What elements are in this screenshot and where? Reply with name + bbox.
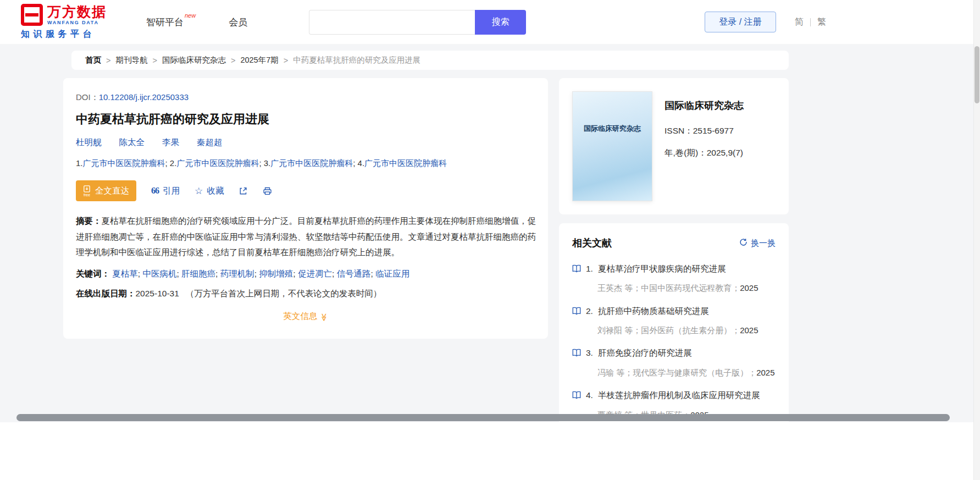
related-item-number: 1. <box>586 263 593 275</box>
affiliation-link[interactable]: 广元市中医医院肿瘤科 <box>83 158 165 168</box>
journal-name[interactable]: 国际临床研究杂志 <box>665 99 744 112</box>
doi-label: DOI： <box>76 92 99 102</box>
affiliation-link[interactable]: 广元市中医医院肿瘤科 <box>176 158 259 168</box>
affiliation-separator: ; <box>165 158 170 168</box>
refresh-label: 换一换 <box>751 238 776 249</box>
author-link[interactable]: 杜明舰 <box>76 137 102 148</box>
issn-value: 2515-6977 <box>693 126 734 135</box>
brand-subtitle: 知识服务平台 <box>21 29 107 40</box>
related-item-source: 冯瑜 等；现代医学与健康研究（电子版）； <box>597 368 756 377</box>
search-input[interactable] <box>309 10 475 35</box>
journal-volume: 年,卷(期)：2025,9(7) <box>665 147 744 159</box>
author-link[interactable]: 陈太全 <box>119 137 145 148</box>
affiliation-separator: ; <box>259 158 263 168</box>
brand-name-en: WANFANG DATA <box>47 20 107 25</box>
related-header: 相关文献 换一换 <box>572 236 776 250</box>
lang-divider <box>810 18 811 26</box>
header-right: 登录 / 注册 简 繁 <box>705 12 826 32</box>
nav-item-member[interactable]: 会员 <box>229 16 247 29</box>
keyword-link[interactable]: 肝细胞癌 <box>181 269 215 278</box>
related-item-number: 4. <box>586 389 593 401</box>
print-button[interactable] <box>263 186 272 196</box>
fulltext-free-icon: free <box>83 185 91 197</box>
fulltext-button[interactable]: free 全文直达 <box>76 180 136 201</box>
breadcrumb: 首页 > 期刊导航 > 国际临床研究杂志 > 2025年7期 > 中药夏枯草抗肝… <box>71 51 789 70</box>
vertical-scrollbar-thumb[interactable] <box>975 46 979 103</box>
wanfang-logo[interactable]: 万方数据 WANFANG DATA 知识服务平台 <box>21 4 107 40</box>
related-item-year: 2025 <box>740 325 758 335</box>
volume-label: 年,卷(期)： <box>665 148 707 157</box>
search-button[interactable]: 搜索 <box>475 10 526 35</box>
print-icon <box>263 186 272 196</box>
related-item-number: 3. <box>586 347 593 359</box>
related-item-meta: 刘禄阳 等；国外医药（抗生素分册）；2025 <box>597 323 776 338</box>
affiliation-number: 3. <box>264 158 271 168</box>
vertical-scrollbar-track[interactable] <box>973 0 980 480</box>
cite-button[interactable]: 66 引用 <box>151 185 180 197</box>
author-link[interactable]: 秦超超 <box>197 137 223 148</box>
horizontal-scrollbar-thumb[interactable] <box>16 414 950 421</box>
star-icon: ☆ <box>195 185 203 197</box>
keyword-link[interactable]: 抑制增殖 <box>259 269 293 278</box>
nav-item-zhiyan-platform[interactable]: 智研平台new <box>146 16 195 29</box>
header: 万方数据 WANFANG DATA 知识服务平台 智研平台new 会员 搜索 登… <box>0 0 980 44</box>
breadcrumb-separator: > <box>284 56 288 65</box>
related-item-title[interactable]: 夏枯草治疗甲状腺疾病的研究进展 <box>598 263 726 275</box>
new-badge: new <box>185 12 196 19</box>
free-caption: free <box>84 193 90 197</box>
keywords-row: 关键词： 夏枯草; 中医病机; 肝细胞癌; 药理机制; 抑制增殖; 促进凋亡; … <box>76 267 536 281</box>
refresh-related-button[interactable]: 换一换 <box>739 238 776 249</box>
breadcrumb-separator: > <box>152 56 157 65</box>
affiliation-link[interactable]: 广元市中医医院肿瘤科 <box>270 158 353 168</box>
article-card: DOI：10.12208/j.ijcr.20250333 中药夏枯草抗肝癌的研究… <box>63 78 548 339</box>
related-item-title[interactable]: 肝癌免疫治疗的研究进展 <box>598 347 692 359</box>
lang-traditional[interactable]: 繁 <box>817 16 826 28</box>
wanfang-logo-icon <box>21 4 43 26</box>
favorite-button[interactable]: ☆ 收藏 <box>195 185 224 197</box>
affiliations-row: 1.广元市中医医院肿瘤科; 2.广元市中医医院肿瘤科; 3.广元市中医医院肿瘤科… <box>76 157 536 170</box>
keywords-label: 关键词： <box>76 269 110 278</box>
keyword-link[interactable]: 药理机制 <box>220 269 254 278</box>
volume-value: 2025,9(7) <box>707 148 743 157</box>
keyword-link[interactable]: 夏枯草 <box>112 269 138 278</box>
author-link[interactable]: 李果 <box>162 137 179 148</box>
related-item-title[interactable]: 抗肝癌中药物质基础研究进展 <box>598 305 709 317</box>
quote-icon: 66 <box>151 186 159 196</box>
journal-cover[interactable]: 国际临床研究杂志 <box>572 91 652 201</box>
related-item-meta: 冯瑜 等；现代医学与健康研究（电子版）；2025 <box>597 366 776 380</box>
pubdate-label: 在线出版日期： <box>76 289 136 298</box>
keyword-link[interactable]: 促进凋亡 <box>298 269 332 278</box>
keyword-separator: ; <box>332 269 337 278</box>
keyword-link[interactable]: 信号通路 <box>337 269 371 278</box>
cite-label: 引用 <box>163 185 180 197</box>
related-item-source: 王英杰 等；中国中医药现代远程教育； <box>597 283 740 293</box>
related-item-title[interactable]: 半枝莲抗肿瘤作用机制及临床应用研究进展 <box>598 389 760 401</box>
affiliation-number: 4. <box>358 158 365 168</box>
breadcrumb-journal[interactable]: 国际临床研究杂志 <box>162 55 226 65</box>
abstract-text: 夏枯草在抗肝细胞癌的治疗研究领域应用十分广泛。目前夏枯草抗肝癌的药理作用主要体现… <box>76 216 536 257</box>
login-register-button[interactable]: 登录 / 注册 <box>705 12 776 32</box>
book-icon <box>572 390 581 402</box>
related-item-year: 2025 <box>756 368 774 377</box>
share-button[interactable] <box>239 186 248 196</box>
pubdate-row: 在线出版日期：2025-10-31（万方平台首次上网日期，不代表论文的发表时间） <box>76 288 536 300</box>
main-nav: 智研平台new 会员 <box>146 16 247 29</box>
lang-simplified[interactable]: 简 <box>795 16 804 28</box>
affiliation-link[interactable]: 广元市中医医院肿瘤科 <box>364 158 447 168</box>
pubdate-value: 2025-10-31 <box>136 289 179 298</box>
doi-link[interactable]: 10.12208/j.ijcr.20250333 <box>99 92 189 102</box>
breadcrumb-issue[interactable]: 2025年7期 <box>240 55 278 65</box>
language-toggle: 简 繁 <box>795 16 826 28</box>
keyword-link[interactable]: 临证应用 <box>375 269 409 278</box>
keyword-link[interactable]: 中医病机 <box>142 269 176 278</box>
english-info-toggle[interactable]: 英文信息≫ <box>76 311 536 322</box>
refresh-icon <box>739 238 748 248</box>
book-icon <box>572 306 581 318</box>
related-item-meta: 王英杰 等；中国中医药现代远程教育；2025 <box>597 281 776 295</box>
journal-cover-title: 国际临床研究杂志 <box>584 124 641 201</box>
breadcrumb-journal-nav[interactable]: 期刊导航 <box>115 55 147 65</box>
keyword-separator: ; <box>176 269 181 278</box>
breadcrumb-separator: > <box>231 56 235 65</box>
breadcrumb-current: 中药夏枯草抗肝癌的研究及应用进展 <box>293 55 420 65</box>
breadcrumb-home[interactable]: 首页 <box>85 55 101 65</box>
